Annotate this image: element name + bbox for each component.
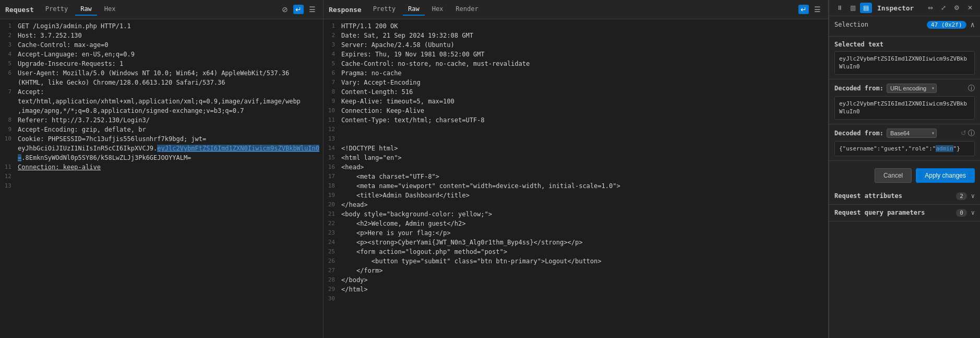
decoded-base64-section: Decoded from: Base64 URL encoding HTML ↺…	[829, 124, 980, 161]
inspector-title: Inspector	[877, 4, 923, 12]
line-item: 11 Content-Type: text/html; charset=UTF-…	[324, 115, 828, 125]
decoded-base64-value[interactable]: {"username":"guest","role":"admin"}	[834, 141, 975, 156]
decoded-url-select[interactable]: URL encoding Base64 HTML	[887, 84, 937, 93]
line-item: 8 Content-Length: 516	[324, 87, 828, 97]
request-title: Request	[5, 6, 34, 14]
line-item-highlighted: eyJhbGciOiJIUzI1NiIsInR5cCI6IkpXVCJ9.eyJ…	[0, 144, 323, 162]
request-query-count: 0	[956, 209, 967, 217]
request-query-header[interactable]: Request query parameters 0 ∨	[829, 205, 980, 222]
cancel-button[interactable]: Cancel	[875, 168, 912, 183]
decoded-base64-select[interactable]: Base64 URL encoding HTML	[887, 129, 937, 138]
line-item: 15 <html lang="en">	[324, 153, 828, 162]
line-item: 19 <title>Admin Dashboard</title>	[324, 191, 828, 200]
inspector-layout2-btn[interactable]: ▥	[847, 3, 859, 13]
line-item: 24 <p><strong>CyberYami{JWT_N0n3_Alg0r1t…	[324, 238, 828, 247]
line-item: 9 Keep-Alive: timeout=5, max=100	[324, 97, 828, 106]
line-item: 21 <body style="background-color: yellow…	[324, 209, 828, 219]
line-item: 23 <p>Here is your flag:</p>	[324, 228, 828, 238]
line-item: 25 <form action="logout.php" method="pos…	[324, 247, 828, 257]
request-attributes-label: Request attributes	[834, 192, 902, 200]
response-menu-btn[interactable]: ☰	[812, 5, 823, 14]
selection-badge: 47 (0x2f)	[927, 21, 966, 29]
inspector-align-btn[interactable]: ⇔	[925, 3, 936, 13]
selection-section: Selection 47 (0x2f) ∧	[829, 16, 980, 37]
line-item: 2 Date: Sat, 21 Sep 2024 19:32:08 GMT	[324, 31, 828, 40]
request-menu-btn[interactable]: ☰	[307, 5, 318, 14]
line-item: 14 <!DOCTYPE html>	[324, 144, 828, 153]
line-item: 30	[324, 294, 828, 304]
selection-label: Selection	[834, 21, 868, 28]
line-item: 4 Expires: Thu, 19 Nov 1981 08:52:00 GMT	[324, 50, 828, 59]
request-panel-header: Request Pretty Raw Hex ⊘ ↵ ☰	[0, 0, 323, 19]
line-item: 13	[324, 134, 828, 144]
line-item: 12	[324, 125, 828, 134]
inspector-close-btn[interactable]: ✕	[964, 3, 976, 13]
line-item: 12	[0, 172, 323, 181]
line-item: 11 Connection: keep-alive	[0, 162, 323, 172]
line-item: 6 User-Agent: Mozilla/5.0 (Windows NT 10…	[0, 68, 323, 78]
no-intercept-btn[interactable]: ⊘	[280, 5, 290, 14]
line-item: 1 GET /Login3/admin.php HTTP/1.1	[0, 21, 323, 31]
line-item: 3 Server: Apache/2.4.58 (Ubuntu)	[324, 40, 828, 50]
decoded-url-section: Decoded from: URL encoding Base64 HTML ⓘ…	[829, 79, 980, 124]
inspector-layout3-btn[interactable]: ▤	[860, 3, 872, 13]
response-wrap-btn[interactable]: ↵	[798, 5, 809, 14]
request-attributes-count: 2	[956, 192, 967, 200]
line-item: 26 <button type="submit" class="btn btn-…	[324, 257, 828, 266]
apply-changes-button[interactable]: Apply changes	[916, 168, 975, 183]
tab-response-render[interactable]: Render	[450, 3, 483, 16]
decoded-url-label: Decoded from:	[834, 85, 883, 92]
inspector-settings-btn[interactable]: ⚙	[951, 3, 963, 13]
selected-text-title: Selected text	[834, 41, 975, 48]
tab-request-hex[interactable]: Hex	[99, 3, 121, 16]
line-item: 27 </form>	[324, 266, 828, 275]
line-item: 13	[0, 181, 323, 191]
wrap-toggle-btn[interactable]: ↵	[293, 5, 304, 14]
line-item: 29 </html>	[324, 285, 828, 294]
line-item: 28 </body>	[324, 275, 828, 285]
line-item: ,image/apng,*/*;q=0.8,application/signed…	[0, 106, 323, 115]
line-item: 9 Accept-Encoding: gzip, deflate, br	[0, 125, 323, 134]
inspector-layout1-btn[interactable]: ⏸	[833, 3, 846, 13]
request-query-chevron: ∨	[971, 209, 975, 216]
line-item: 2 Host: 3.7.252.130	[0, 31, 323, 40]
line-item: 20 </head>	[324, 200, 828, 209]
line-item: 22 <h2>Welcome, Admin guest</h2>	[324, 219, 828, 228]
tab-response-pretty[interactable]: Pretty	[368, 3, 401, 16]
selection-chevron[interactable]: ∧	[971, 20, 975, 29]
line-item: 6 Pragma: no-cache	[324, 68, 828, 78]
line-item: 16 <head>	[324, 162, 828, 172]
line-item: (KHTML, like Gecko) Chrome/128.0.6613.12…	[0, 78, 323, 87]
line-item: 5 Upgrade-Insecure-Requests: 1	[0, 59, 323, 68]
request-attributes-header[interactable]: Request attributes 2 ∨	[829, 188, 980, 205]
request-attributes-chevron: ∨	[971, 192, 975, 200]
line-item: 5 Cache-Control: no-store, no-cache, mus…	[324, 59, 828, 68]
line-item: 18 <meta name="viewport" content="width=…	[324, 181, 828, 191]
response-content: 1 HTTP/1.1 200 OK 2 Date: Sat, 21 Sep 20…	[324, 19, 828, 338]
tab-response-hex[interactable]: Hex	[427, 3, 449, 16]
action-buttons: Cancel Apply changes	[829, 163, 980, 188]
selected-text-value[interactable]: eyJlc2VybmFtZSI6Imd1ZXN0Iiwicm9sZVBkbWlu…	[834, 51, 975, 75]
response-panel-header: Response Pretty Raw Hex Render ↵ ☰	[324, 0, 828, 19]
request-query-label: Request query parameters	[834, 209, 925, 216]
decoded-base64-back-btn[interactable]: ↺	[961, 129, 966, 138]
line-item: 10 Connection: Keep-Alive	[324, 106, 828, 115]
decoded-url-info-btn[interactable]: ⓘ	[968, 84, 975, 93]
selected-text-section: Selected text eyJlc2VybmFtZSI6Imd1ZXN0Ii…	[829, 37, 980, 79]
decoded-url-value[interactable]: eyJlc2VybmFtZSI6Imd1ZXN0Iiwicm9sZVBkbWlu…	[834, 96, 975, 120]
inspector-panel: ⏸ ▥ ▤ Inspector ⇔ ⤢ ⚙ ✕ Selection 47 (0x…	[829, 0, 980, 338]
tab-response-raw[interactable]: Raw	[403, 3, 425, 16]
line-item: 7 Accept:	[0, 87, 323, 97]
line-item: 1 HTTP/1.1 200 OK	[324, 21, 828, 31]
tab-request-raw[interactable]: Raw	[75, 3, 97, 16]
line-item: 10 Cookie: PHPSESSID=7hc13ufjis556lusnhr…	[0, 134, 323, 144]
line-item: 3 Cache-Control: max-age=0	[0, 40, 323, 50]
inspector-expand-btn[interactable]: ⤢	[938, 3, 949, 13]
line-item: 17 <meta charset="UTF-8">	[324, 172, 828, 181]
response-title: Response	[329, 6, 362, 14]
request-content: 1 GET /Login3/admin.php HTTP/1.1 2 Host:…	[0, 19, 323, 338]
line-item: 8 Referer: http://3.7.252.130/Login3/	[0, 115, 323, 125]
line-item: 4 Accept-Language: en-US,en;q=0.9	[0, 50, 323, 59]
tab-request-pretty[interactable]: Pretty	[40, 3, 73, 16]
decoded-base64-info-btn[interactable]: ⓘ	[968, 129, 975, 138]
